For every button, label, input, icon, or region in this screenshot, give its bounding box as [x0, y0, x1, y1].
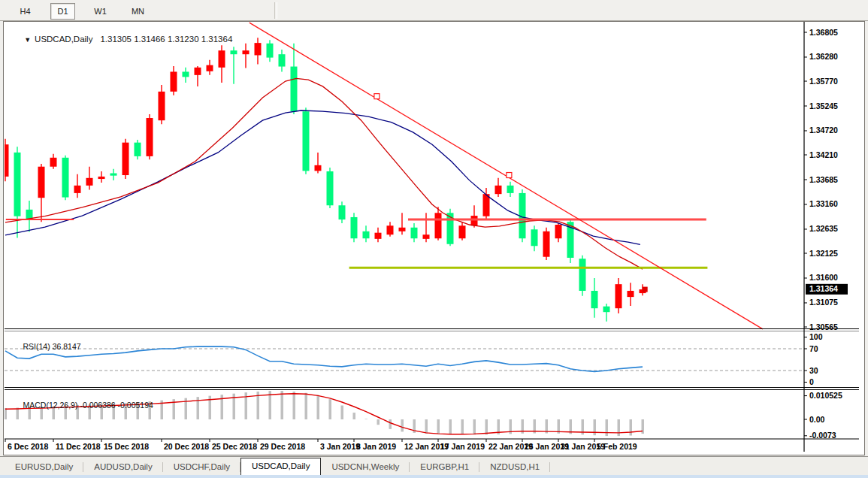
svg-text:1.32635: 1.32635	[809, 224, 838, 233]
svg-text:25 Dec 2018: 25 Dec 2018	[212, 442, 257, 451]
chart-window: 1.368051.362801.357701.352451.347201.342…	[3, 21, 865, 455]
svg-text:3 Jan 2019: 3 Jan 2019	[320, 442, 360, 451]
svg-text:8 Jan 2019: 8 Jan 2019	[356, 442, 396, 451]
trendline-handle[interactable]	[374, 94, 380, 99]
svg-text:15 Dec 2018: 15 Dec 2018	[104, 442, 149, 451]
svg-text:1.32125: 1.32125	[809, 249, 838, 258]
chart-tab-bar: EURUSD,DailyAUDUSD,DailyUSDCHF,DailyUSDC…	[0, 456, 868, 475]
chart-ohlc-values: 1.31305 1.31466 1.31230 1.31364	[100, 35, 232, 44]
macd-indicator-label: MACD(12,26,9) -0.006386 -0.005194	[10, 392, 153, 419]
macd-values: -0.006386 -0.005194	[80, 401, 153, 410]
svg-text:70: 70	[809, 344, 818, 353]
svg-text:17 Jan 2019: 17 Jan 2019	[440, 442, 485, 451]
chart-tab-usdcad-daily[interactable]: USDCAD,Daily	[240, 458, 321, 475]
svg-text:20 Dec 2018: 20 Dec 2018	[164, 442, 209, 451]
chart-symbol-label: USDCAD,Daily	[35, 35, 92, 44]
status-strip	[0, 475, 868, 478]
chart-tab-audusd-daily[interactable]: AUDUSD,Daily	[83, 460, 162, 475]
chart-tab-eurusd-daily[interactable]: EURUSD,Daily	[5, 460, 83, 475]
rsi-name: RSI(14)	[23, 342, 50, 351]
svg-text:1.35245: 1.35245	[809, 101, 838, 110]
macd-name: MACD(12,26,9)	[23, 401, 78, 410]
svg-text:30: 30	[809, 366, 818, 375]
chart-canvas[interactable]: 1.368051.362801.357701.352451.347201.342…	[5, 22, 862, 454]
chart-tab-usdcnh-weekly[interactable]: USDCNH,Weekly	[321, 460, 410, 475]
timeframe-button-mn[interactable]: MN	[126, 3, 150, 20]
chart-tab-usdchf-daily[interactable]: USDCHF,Daily	[163, 460, 240, 475]
svg-text:1.33160: 1.33160	[809, 199, 838, 208]
svg-text:6 Dec 2018: 6 Dec 2018	[8, 442, 48, 451]
timeframe-toolbar: H4D1W1MN	[0, 0, 868, 21]
svg-text:1.34720: 1.34720	[809, 126, 838, 135]
svg-text:100: 100	[809, 332, 823, 341]
timeframe-button-h4[interactable]: H4	[13, 3, 38, 20]
toolbar-separator	[274, 2, 277, 19]
timeframe-button-w1[interactable]: W1	[88, 3, 113, 20]
svg-text:1.33685: 1.33685	[809, 175, 838, 184]
chart-title: ▼USDCAD,Daily1.31305 1.31466 1.31230 1.3…	[10, 26, 232, 53]
svg-text:11 Dec 2018: 11 Dec 2018	[56, 442, 101, 451]
svg-text:0.00: 0.00	[809, 415, 825, 424]
trendline-handle[interactable]	[507, 173, 512, 178]
svg-text:1.31075: 1.31075	[809, 298, 838, 307]
last-price-marker	[643, 287, 648, 292]
svg-text:1.36280: 1.36280	[809, 52, 838, 61]
chevron-down-icon[interactable]: ▼	[24, 36, 31, 44]
svg-text:1.30565: 1.30565	[809, 322, 838, 331]
svg-text:1.36805: 1.36805	[809, 28, 838, 37]
svg-text:1.31364: 1.31364	[809, 284, 838, 293]
svg-text:-0.0073: -0.0073	[809, 431, 836, 440]
svg-text:5 Feb 2019: 5 Feb 2019	[597, 442, 637, 451]
chart-tab-eurgbp-h1[interactable]: EURGBP,H1	[410, 460, 479, 475]
timeframe-button-d1[interactable]: D1	[50, 3, 75, 20]
svg-text:29 Dec 2018: 29 Dec 2018	[260, 442, 305, 451]
svg-text:1.34210: 1.34210	[809, 150, 838, 159]
svg-text:1.35770: 1.35770	[809, 77, 838, 86]
svg-text:1.31600: 1.31600	[809, 273, 838, 282]
rsi-indicator-label: RSI(14) 36.8147	[10, 333, 81, 360]
rsi-value: 36.8147	[53, 342, 81, 351]
tab-separator	[549, 462, 550, 472]
chart-tab-nzdusd-h1[interactable]: NZDUSD,H1	[479, 460, 550, 475]
svg-text:0.010525: 0.010525	[809, 391, 842, 400]
svg-text:0: 0	[809, 377, 814, 386]
mt4-application: H4D1W1MN 1.368051.362801.357701.352451.3…	[0, 0, 868, 478]
